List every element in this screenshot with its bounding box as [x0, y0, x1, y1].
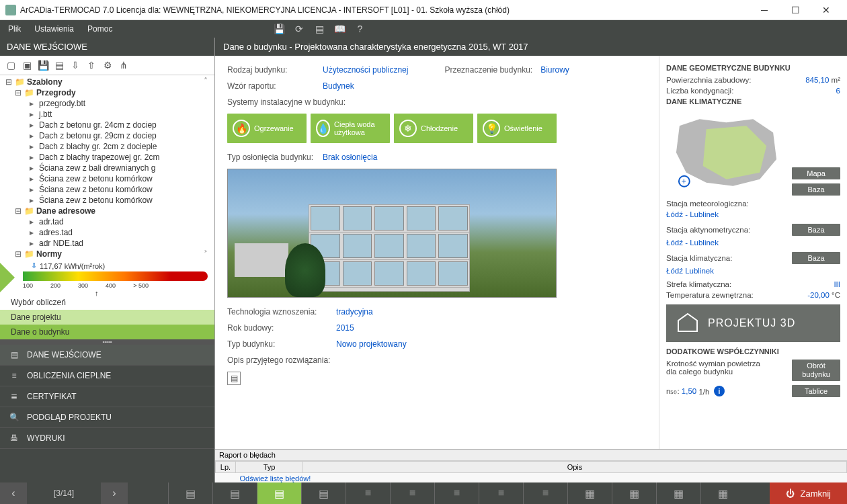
systemy-label: Systemy instalacyjne w budynku:: [227, 97, 346, 107]
przeznaczenie-value[interactable]: Biurowy: [540, 65, 569, 75]
oslon-value[interactable]: Brak osłonięcia: [323, 153, 377, 162]
bottom-tab-2[interactable]: ▤: [212, 482, 257, 504]
save-icon[interactable]: 💾: [274, 24, 284, 34]
tree-group-przegrody[interactable]: Przegrody: [36, 88, 76, 97]
menu-settings[interactable]: Ustawienia: [34, 24, 74, 34]
gear-icon[interactable]: ⚙: [101, 58, 114, 72]
prev-page-button[interactable]: ‹: [0, 482, 27, 504]
menu-help[interactable]: Pomoc: [87, 24, 112, 34]
zamknij-button[interactable]: ⏻Zamknij: [770, 482, 847, 504]
book-icon[interactable]: 📖: [334, 24, 345, 34]
system-ogrzewanie[interactable]: 🔥Ogrzewanie: [227, 114, 307, 143]
tree-item[interactable]: Dach z blachy gr. 2cm z docieple: [39, 142, 157, 151]
scroll-up-icon[interactable]: ˄: [204, 77, 213, 86]
tree-item[interactable]: Dach z blachy trapezowej gr. 2cm: [39, 153, 159, 162]
tree-item[interactable]: Dach z betonu gr. 29cm z dociep: [39, 131, 157, 140]
bottom-tab-11[interactable]: ▦: [612, 482, 656, 504]
app-icon: [5, 5, 16, 15]
tree-item[interactable]: przegrody.btt: [39, 99, 85, 108]
close-window-button[interactable]: ✕: [811, 0, 842, 20]
meteo-value[interactable]: Łódź - Lublinek: [666, 210, 840, 218]
subtab-dane-budynku[interactable]: Dane o budynku: [0, 325, 214, 339]
aktyn-value[interactable]: Łódź - Lublinek: [666, 239, 840, 247]
tablice-button[interactable]: Tablice: [792, 385, 840, 397]
wzor-value[interactable]: Budynek: [323, 81, 354, 91]
tree-group-normy[interactable]: Normy: [36, 249, 62, 259]
tech-value[interactable]: tradycyjna: [336, 307, 373, 317]
info-icon[interactable]: i: [714, 386, 725, 396]
system-chlodzenie[interactable]: ❄Chłodzenie: [394, 114, 473, 143]
compass-icon[interactable]: ⋔: [117, 58, 130, 72]
klimat-label: Stacja klimatyczna:: [666, 254, 732, 262]
subtab-dane-projektu[interactable]: Dane projektu: [0, 310, 214, 325]
menu-file[interactable]: Plik: [8, 24, 21, 34]
tree-item[interactable]: adr NDE.tad: [39, 239, 83, 248]
edit-description-button[interactable]: ▤: [227, 372, 241, 385]
question-icon[interactable]: ?: [354, 24, 365, 34]
tree-root[interactable]: Szablony: [27, 77, 63, 87]
system-oswietlenie[interactable]: 💡Oświetlenie: [477, 114, 557, 143]
error-report: Raport o błędach Lp. Typ Opis Odśwież li…: [215, 449, 847, 482]
tree-view[interactable]: ⊟📁Szablony ⊟📁Przegrody ▸przegrody.btt ▸j…: [0, 75, 214, 260]
energy-gauge: ⇩117,67 kWh/(m²rok) 100 200 300 400 > 50…: [0, 260, 214, 295]
house-3d-icon: [676, 311, 700, 335]
tree-item[interactable]: adres.tad: [39, 228, 73, 237]
scroll-right-icon[interactable]: ˃: [204, 249, 213, 259]
mapa-button[interactable]: Mapa: [792, 167, 840, 179]
typ-value[interactable]: Nowo projektowany: [336, 339, 407, 349]
bottom-tab-7[interactable]: ≡: [434, 482, 479, 504]
bottom-tab-9[interactable]: ≡: [523, 482, 567, 504]
rodzaj-label: Rodzaj budynku:: [227, 65, 315, 75]
save-icon[interactable]: 💾: [36, 58, 50, 72]
tree-item[interactable]: Dach z betonu gr. 24cm z dociep: [39, 120, 157, 130]
baza-button-2[interactable]: Baza: [792, 224, 840, 236]
module-certyfikat[interactable]: ≣CERTYFIKAT: [0, 386, 214, 407]
bottom-tab-6[interactable]: ≡: [390, 482, 434, 504]
tree-item[interactable]: Ściana zew z betonu komórkow: [39, 196, 153, 205]
aktyn-label: Stacja aktynometryczna:: [666, 226, 750, 234]
minimize-button[interactable]: ─: [749, 0, 780, 20]
tree-item[interactable]: Ściana zew z betonu komórkow: [39, 174, 153, 183]
maximize-button[interactable]: ☐: [780, 0, 811, 20]
pow-label: Powierzchnia zabudowy:: [666, 76, 752, 84]
rodzaj-value[interactable]: Użyteczności publicznej: [323, 65, 408, 75]
system-cwu[interactable]: 💧Ciepła woda użytkowa: [311, 114, 390, 143]
file-icon: ▸: [27, 218, 36, 226]
new-icon[interactable]: ▢: [4, 58, 17, 72]
next-page-button[interactable]: ›: [101, 482, 128, 504]
module-dane-wejsciowe[interactable]: ▤DANE WEJŚCIOWE: [0, 345, 214, 366]
tree-item[interactable]: j.btt: [39, 110, 52, 119]
open-icon[interactable]: ▣: [20, 58, 34, 72]
bottom-tab-4[interactable]: ▤: [301, 482, 346, 504]
bottom-tab-12[interactable]: ▦: [656, 482, 700, 504]
bottom-tab-3[interactable]: ▤: [257, 482, 301, 504]
module-obliczenia[interactable]: ≡OBLICZENIA CIEPLNE: [0, 366, 214, 386]
baza-button-3[interactable]: Baza: [792, 252, 840, 264]
doc-icon[interactable]: ▤: [314, 24, 325, 34]
rok-value[interactable]: 2015: [336, 323, 354, 333]
baza-button-1[interactable]: Baza: [792, 183, 840, 196]
tree-item[interactable]: Ściana zew z bali drewnianych g: [39, 163, 155, 173]
bottom-tab-8[interactable]: ≡: [479, 482, 523, 504]
obrot-button[interactable]: Obrót budynku: [792, 360, 840, 381]
refresh-icon[interactable]: ⟳: [294, 24, 305, 34]
save-as-icon[interactable]: ▤: [52, 58, 66, 72]
projektuj-3d-button[interactable]: PROJEKTUJ 3D: [666, 304, 840, 342]
tree-item[interactable]: Ściana zew z betonu komórkow: [39, 185, 153, 194]
export-icon[interactable]: ⇧: [85, 58, 98, 72]
tree-item[interactable]: adr.tad: [39, 217, 64, 226]
strefa-value: III: [834, 280, 840, 288]
bottom-tab-10[interactable]: ▦: [567, 482, 612, 504]
bottom-tab-1[interactable]: ▤: [168, 482, 212, 504]
module-podglad[interactable]: 🔍PODGLĄD PROJEKTU: [0, 407, 214, 428]
dodat-header: DODATKOWE WSPÓŁCZYNNIKI: [666, 347, 840, 355]
bottom-tab-13[interactable]: ▦: [700, 482, 745, 504]
klimat-value[interactable]: Łódź Lublinek: [666, 267, 840, 275]
import-icon[interactable]: ⇩: [69, 58, 82, 72]
module-wydruki[interactable]: 🖶WYDRUKI: [0, 428, 214, 449]
splitter[interactable]: •••••: [0, 339, 214, 345]
climate-map[interactable]: +: [666, 112, 787, 193]
tree-group-adresowe[interactable]: Dane adresowe: [36, 206, 95, 216]
subtab-wybor[interactable]: Wybór obliczeń: [0, 295, 214, 310]
bottom-tab-5[interactable]: ≡: [346, 482, 390, 504]
